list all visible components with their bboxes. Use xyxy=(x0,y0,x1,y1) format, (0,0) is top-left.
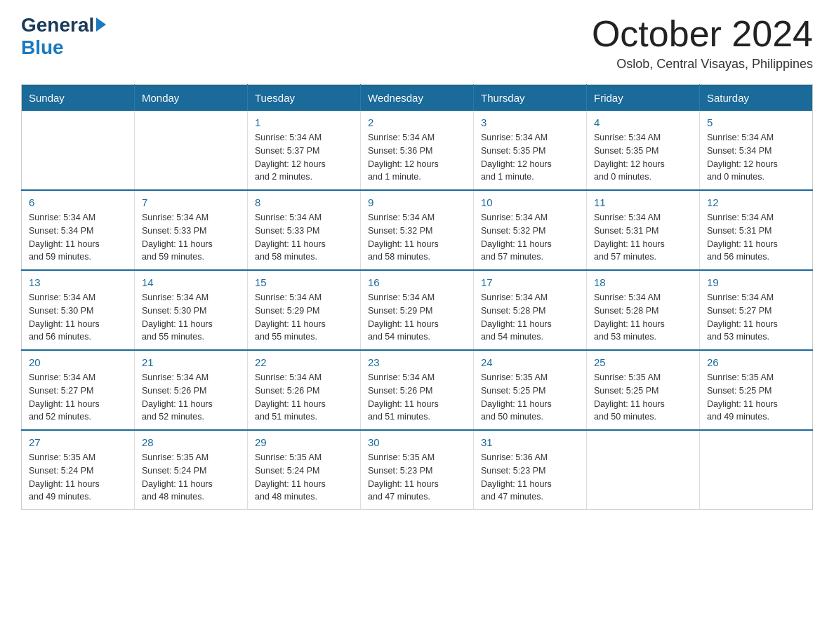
day-info: Sunrise: 5:35 AM Sunset: 5:24 PM Dayligh… xyxy=(255,451,353,504)
day-number: 5 xyxy=(707,116,805,128)
day-info: Sunrise: 5:34 AM Sunset: 5:33 PM Dayligh… xyxy=(255,211,353,264)
calendar-cell: 12Sunrise: 5:34 AM Sunset: 5:31 PM Dayli… xyxy=(700,190,813,270)
calendar-cell: 17Sunrise: 5:34 AM Sunset: 5:28 PM Dayli… xyxy=(474,270,587,350)
calendar-cell: 4Sunrise: 5:34 AM Sunset: 5:35 PM Daylig… xyxy=(587,111,700,190)
calendar-cell: 31Sunrise: 5:36 AM Sunset: 5:23 PM Dayli… xyxy=(474,430,587,510)
calendar-week-row: 6Sunrise: 5:34 AM Sunset: 5:34 PM Daylig… xyxy=(22,190,813,270)
calendar-cell: 15Sunrise: 5:34 AM Sunset: 5:29 PM Dayli… xyxy=(248,270,361,350)
month-title: October 2024 xyxy=(592,14,813,54)
day-number: 18 xyxy=(594,276,692,288)
logo-blue: Blue xyxy=(21,36,64,59)
day-info: Sunrise: 5:34 AM Sunset: 5:33 PM Dayligh… xyxy=(142,211,240,264)
day-number: 4 xyxy=(594,116,692,128)
day-info: Sunrise: 5:34 AM Sunset: 5:28 PM Dayligh… xyxy=(481,291,579,344)
calendar-cell: 30Sunrise: 5:35 AM Sunset: 5:23 PM Dayli… xyxy=(361,430,474,510)
day-number: 27 xyxy=(29,436,127,448)
calendar-week-row: 27Sunrise: 5:35 AM Sunset: 5:24 PM Dayli… xyxy=(22,430,813,510)
col-sunday: Sunday xyxy=(22,85,135,112)
col-wednesday: Wednesday xyxy=(361,85,474,112)
day-info: Sunrise: 5:34 AM Sunset: 5:32 PM Dayligh… xyxy=(368,211,466,264)
day-number: 14 xyxy=(142,276,240,288)
calendar-cell: 6Sunrise: 5:34 AM Sunset: 5:34 PM Daylig… xyxy=(22,190,135,270)
calendar-week-row: 13Sunrise: 5:34 AM Sunset: 5:30 PM Dayli… xyxy=(22,270,813,350)
day-info: Sunrise: 5:35 AM Sunset: 5:24 PM Dayligh… xyxy=(142,451,240,504)
day-number: 13 xyxy=(29,276,127,288)
calendar-cell: 16Sunrise: 5:34 AM Sunset: 5:29 PM Dayli… xyxy=(361,270,474,350)
day-number: 2 xyxy=(368,116,466,128)
day-info: Sunrise: 5:35 AM Sunset: 5:24 PM Dayligh… xyxy=(29,451,127,504)
calendar-cell: 19Sunrise: 5:34 AM Sunset: 5:27 PM Dayli… xyxy=(700,270,813,350)
calendar-cell: 8Sunrise: 5:34 AM Sunset: 5:33 PM Daylig… xyxy=(248,190,361,270)
day-info: Sunrise: 5:34 AM Sunset: 5:29 PM Dayligh… xyxy=(368,291,466,344)
calendar-cell xyxy=(22,111,135,190)
logo-general: General xyxy=(21,14,94,36)
day-info: Sunrise: 5:34 AM Sunset: 5:32 PM Dayligh… xyxy=(481,211,579,264)
day-info: Sunrise: 5:34 AM Sunset: 5:35 PM Dayligh… xyxy=(594,131,692,184)
calendar-cell: 28Sunrise: 5:35 AM Sunset: 5:24 PM Dayli… xyxy=(135,430,248,510)
calendar-cell xyxy=(700,430,813,510)
day-info: Sunrise: 5:34 AM Sunset: 5:34 PM Dayligh… xyxy=(29,211,127,264)
day-info: Sunrise: 5:34 AM Sunset: 5:26 PM Dayligh… xyxy=(255,371,353,424)
calendar-cell: 29Sunrise: 5:35 AM Sunset: 5:24 PM Dayli… xyxy=(248,430,361,510)
calendar-cell: 5Sunrise: 5:34 AM Sunset: 5:34 PM Daylig… xyxy=(700,111,813,190)
calendar-table: Sunday Monday Tuesday Wednesday Thursday… xyxy=(21,84,813,510)
day-info: Sunrise: 5:34 AM Sunset: 5:27 PM Dayligh… xyxy=(29,371,127,424)
day-number: 30 xyxy=(368,436,466,448)
day-number: 11 xyxy=(594,196,692,208)
calendar-cell: 10Sunrise: 5:34 AM Sunset: 5:32 PM Dayli… xyxy=(474,190,587,270)
day-info: Sunrise: 5:34 AM Sunset: 5:36 PM Dayligh… xyxy=(368,131,466,184)
day-info: Sunrise: 5:35 AM Sunset: 5:25 PM Dayligh… xyxy=(594,371,692,424)
location-title: Oslob, Central Visayas, Philippines xyxy=(592,57,813,72)
calendar-week-row: 20Sunrise: 5:34 AM Sunset: 5:27 PM Dayli… xyxy=(22,350,813,430)
calendar-week-row: 1Sunrise: 5:34 AM Sunset: 5:37 PM Daylig… xyxy=(22,111,813,190)
calendar-header-row: Sunday Monday Tuesday Wednesday Thursday… xyxy=(22,85,813,112)
calendar-cell: 22Sunrise: 5:34 AM Sunset: 5:26 PM Dayli… xyxy=(248,350,361,430)
col-saturday: Saturday xyxy=(700,85,813,112)
day-number: 12 xyxy=(707,196,805,208)
day-number: 25 xyxy=(594,356,692,368)
calendar-cell: 23Sunrise: 5:34 AM Sunset: 5:26 PM Dayli… xyxy=(361,350,474,430)
day-info: Sunrise: 5:35 AM Sunset: 5:23 PM Dayligh… xyxy=(368,451,466,504)
calendar-cell: 1Sunrise: 5:34 AM Sunset: 5:37 PM Daylig… xyxy=(248,111,361,190)
page-header: General Blue October 2024 Oslob, Central… xyxy=(21,14,813,72)
day-info: Sunrise: 5:34 AM Sunset: 5:31 PM Dayligh… xyxy=(707,211,805,264)
col-tuesday: Tuesday xyxy=(248,85,361,112)
day-info: Sunrise: 5:34 AM Sunset: 5:31 PM Dayligh… xyxy=(594,211,692,264)
day-number: 9 xyxy=(368,196,466,208)
day-number: 28 xyxy=(142,436,240,448)
calendar-cell: 18Sunrise: 5:34 AM Sunset: 5:28 PM Dayli… xyxy=(587,270,700,350)
logo-arrow-icon xyxy=(96,18,106,32)
day-number: 6 xyxy=(29,196,127,208)
day-info: Sunrise: 5:35 AM Sunset: 5:25 PM Dayligh… xyxy=(707,371,805,424)
day-number: 16 xyxy=(368,276,466,288)
day-info: Sunrise: 5:35 AM Sunset: 5:25 PM Dayligh… xyxy=(481,371,579,424)
day-number: 1 xyxy=(255,116,353,128)
day-number: 7 xyxy=(142,196,240,208)
title-section: October 2024 Oslob, Central Visayas, Phi… xyxy=(592,14,813,72)
calendar-cell: 20Sunrise: 5:34 AM Sunset: 5:27 PM Dayli… xyxy=(22,350,135,430)
day-info: Sunrise: 5:34 AM Sunset: 5:26 PM Dayligh… xyxy=(142,371,240,424)
col-monday: Monday xyxy=(135,85,248,112)
calendar-cell: 7Sunrise: 5:34 AM Sunset: 5:33 PM Daylig… xyxy=(135,190,248,270)
calendar-cell: 27Sunrise: 5:35 AM Sunset: 5:24 PM Dayli… xyxy=(22,430,135,510)
col-friday: Friday xyxy=(587,85,700,112)
day-info: Sunrise: 5:34 AM Sunset: 5:30 PM Dayligh… xyxy=(142,291,240,344)
day-number: 8 xyxy=(255,196,353,208)
day-info: Sunrise: 5:34 AM Sunset: 5:29 PM Dayligh… xyxy=(255,291,353,344)
calendar-cell: 25Sunrise: 5:35 AM Sunset: 5:25 PM Dayli… xyxy=(587,350,700,430)
day-number: 17 xyxy=(481,276,579,288)
day-number: 24 xyxy=(481,356,579,368)
calendar-cell: 24Sunrise: 5:35 AM Sunset: 5:25 PM Dayli… xyxy=(474,350,587,430)
day-info: Sunrise: 5:34 AM Sunset: 5:34 PM Dayligh… xyxy=(707,131,805,184)
day-info: Sunrise: 5:34 AM Sunset: 5:27 PM Dayligh… xyxy=(707,291,805,344)
day-number: 10 xyxy=(481,196,579,208)
calendar-cell: 13Sunrise: 5:34 AM Sunset: 5:30 PM Dayli… xyxy=(22,270,135,350)
day-info: Sunrise: 5:34 AM Sunset: 5:26 PM Dayligh… xyxy=(368,371,466,424)
calendar-cell: 9Sunrise: 5:34 AM Sunset: 5:32 PM Daylig… xyxy=(361,190,474,270)
day-number: 21 xyxy=(142,356,240,368)
day-info: Sunrise: 5:36 AM Sunset: 5:23 PM Dayligh… xyxy=(481,451,579,504)
calendar-cell: 2Sunrise: 5:34 AM Sunset: 5:36 PM Daylig… xyxy=(361,111,474,190)
calendar-cell: 14Sunrise: 5:34 AM Sunset: 5:30 PM Dayli… xyxy=(135,270,248,350)
day-number: 3 xyxy=(481,116,579,128)
calendar-cell xyxy=(587,430,700,510)
